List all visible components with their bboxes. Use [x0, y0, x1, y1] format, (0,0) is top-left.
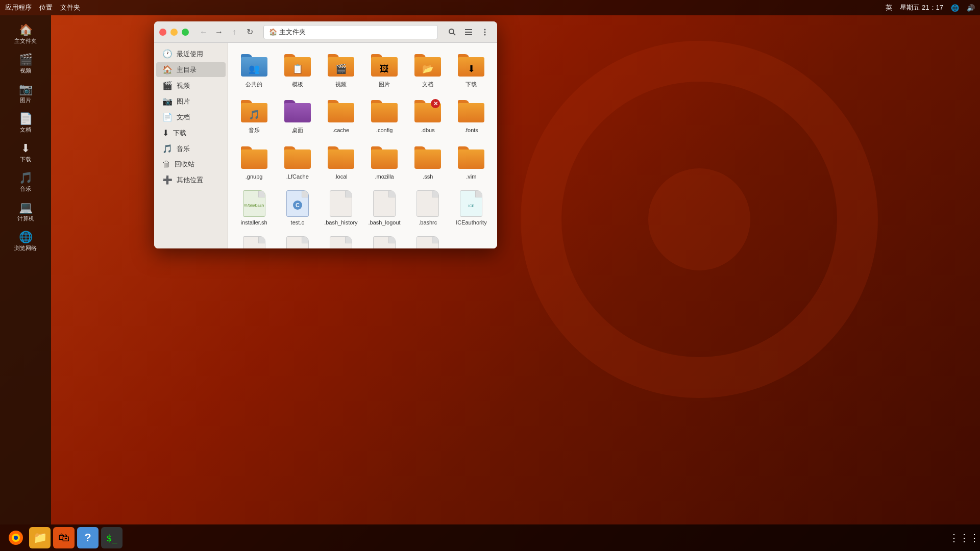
background-logo — [521, 41, 878, 398]
sidebar-item-downloads[interactable]: ⬇ 下载 — [3, 139, 48, 167]
folder-dbus-icon: ✕ — [414, 98, 441, 124]
fm-file-grid: 👥 公共的 📋 模板 — [233, 48, 492, 248]
sidebar-item-video-label: 视频 — [20, 67, 31, 74]
nav-forward-button[interactable]: → — [212, 26, 226, 39]
fm-sidebar-other[interactable]: ➕ 其他位置 — [156, 172, 226, 187]
file-python-history[interactable]: .python_history — [277, 232, 318, 248]
sidebar-item-docs-label: 文档 — [20, 126, 31, 134]
fm-sidebar-home[interactable]: 🏠 主目录 — [156, 62, 226, 77]
datetime-display[interactable]: 星期五 21：17 — [900, 3, 943, 12]
show-apps-icon: ⋮⋮⋮ — [949, 532, 979, 544]
file-profile[interactable]: .profile — [233, 232, 275, 248]
window-close-button[interactable]: ✕ — [159, 29, 166, 36]
svg-rect-4 — [465, 34, 472, 35]
file-bash-history[interactable]: .bash_history — [320, 186, 361, 230]
software-icon: 🛍 — [58, 531, 69, 544]
sidebar-item-pictures[interactable]: 📷 图片 — [3, 80, 48, 108]
taskbar-software[interactable]: 🛍 — [53, 527, 75, 548]
app-menu[interactable]: 应用程序 — [5, 3, 32, 12]
files-menu[interactable]: 文件夹 — [60, 3, 80, 12]
file-installer-sh[interactable]: #!/bin/bash installer.sh — [233, 186, 275, 230]
fm-sidebar-recent[interactable]: 🕐 最近使用 — [156, 46, 226, 61]
folder-local[interactable]: .local — [320, 140, 361, 184]
folder-gnupg[interactable]: .gnupg — [233, 140, 275, 184]
file-sudo-admin[interactable]: .sudo_as_admin_successful — [320, 232, 361, 248]
folder-desktop-icon — [284, 98, 311, 124]
file-viminfo-icon — [371, 236, 398, 248]
show-apps-button[interactable]: ⋮⋮⋮ — [953, 527, 975, 548]
folder-mozilla[interactable]: .mozilla — [363, 140, 405, 184]
sidebar-item-music[interactable]: 🎵 音乐 — [3, 168, 48, 197]
folder-vim[interactable]: .vim — [451, 140, 492, 184]
file-viminfo[interactable]: .viminfo — [363, 232, 405, 248]
places-menu[interactable]: 位置 — [39, 3, 53, 12]
fm-sidebar: 🕐 最近使用 🏠 主目录 🎬 视频 📷 图片 📄 文档 ⬇ 下载 — [154, 43, 228, 248]
window-minimize-button[interactable]: − — [170, 29, 178, 36]
folder-videos[interactable]: 🎬 视频 — [320, 48, 361, 92]
nav-up-button[interactable]: ↑ — [228, 26, 241, 39]
nav-refresh-button[interactable]: ↻ — [243, 26, 256, 39]
top-panel-left: 应用程序 位置 文件夹 — [5, 3, 80, 12]
folder-desktop[interactable]: 桌面 — [277, 94, 318, 138]
sidebar-item-docs[interactable]: 📄 文档 — [3, 109, 48, 138]
breadcrumb-bar[interactable]: 🏠 主文件夹 — [263, 25, 438, 39]
taskbar-terminal[interactable]: $_ — [101, 527, 122, 548]
folder-fonts[interactable]: .fonts — [451, 94, 492, 138]
folder-downloads-icon: ⬇ — [458, 52, 484, 79]
fm-sidebar-pictures[interactable]: 📷 图片 — [156, 94, 226, 109]
sidebar-item-home[interactable]: 🏠 主文件夹 — [3, 20, 48, 49]
folder-cache[interactable]: .cache — [320, 94, 361, 138]
sidebar-item-computer[interactable]: 💻 计算机 — [3, 198, 48, 227]
folder-templates-label: 模板 — [292, 81, 303, 88]
help-icon: ? — [84, 531, 91, 544]
folder-public[interactable]: 👥 公共的 — [233, 48, 275, 92]
view-list-button[interactable] — [461, 25, 476, 39]
fm-sidebar-downloads-label: 下载 — [173, 129, 186, 138]
music-icon: 🎵 — [19, 172, 33, 184]
folder-lfcache[interactable]: .LfCache — [277, 140, 318, 184]
svg-point-12 — [14, 536, 18, 540]
breadcrumb-home-icon: 🏠 — [269, 28, 277, 36]
sidebar-item-network[interactable]: 🌐 浏览网络 — [3, 228, 48, 256]
file-bashrc[interactable]: .bashrc — [407, 186, 449, 230]
taskbar-files[interactable]: 📁 — [29, 527, 51, 548]
file-iceauthority[interactable]: ICE ICEauthority — [451, 186, 492, 230]
fm-sidebar-trash-label: 回收站 — [175, 160, 194, 169]
folder-documents-icon: 📂 — [414, 52, 441, 79]
search-button[interactable] — [445, 25, 459, 39]
file-iceauthority-label: ICEauthority — [456, 219, 487, 226]
network-icon[interactable]: 🌐 — [951, 4, 959, 12]
file-bash-logout[interactable]: .bash_logout — [363, 186, 405, 230]
folder-templates[interactable]: 📋 模板 — [277, 48, 318, 92]
window-maximize-button[interactable]: + — [182, 29, 189, 36]
folder-downloads[interactable]: ⬇ 下载 — [451, 48, 492, 92]
taskbar: 📁 🛍 ? $_ ⋮⋮⋮ — [0, 524, 980, 551]
folder-music[interactable]: 🎵 音乐 — [233, 94, 275, 138]
taskbar-firefox[interactable] — [5, 527, 27, 548]
sidebar-item-video[interactable]: 🎬 视频 — [3, 50, 48, 79]
file-vimrc[interactable]: .vimrc — [407, 232, 449, 248]
folder-pictures[interactable]: 🖼 图片 — [363, 48, 405, 92]
folder-documents[interactable]: 📂 文档 — [407, 48, 449, 92]
folder-config[interactable]: .config — [363, 94, 405, 138]
taskbar-help[interactable]: ? — [77, 527, 99, 548]
fm-sidebar-recent-label: 最近使用 — [177, 49, 203, 59]
fm-sidebar-music[interactable]: 🎵 音乐 — [156, 141, 226, 156]
folder-ssh[interactable]: .ssh — [407, 140, 449, 184]
video-icon: 🎬 — [19, 54, 33, 65]
folder-dbus[interactable]: ✕ .dbus — [407, 94, 449, 138]
trash-folder-icon: 🗑 — [162, 160, 170, 169]
folder-music-label: 音乐 — [249, 127, 260, 134]
nav-back-button[interactable]: ← — [197, 26, 210, 39]
menu-button[interactable] — [478, 25, 492, 39]
fm-sidebar-video[interactable]: 🎬 视频 — [156, 78, 226, 93]
folder-local-icon — [328, 144, 354, 171]
volume-icon[interactable]: 🔊 — [967, 4, 975, 12]
fm-sidebar-trash[interactable]: 🗑 回收站 — [156, 157, 226, 171]
terminal-icon: $_ — [106, 533, 117, 543]
fm-sidebar-docs[interactable]: 📄 文档 — [156, 110, 226, 124]
svg-point-7 — [484, 34, 486, 35]
file-test-c[interactable]: C test.c — [277, 186, 318, 230]
fm-sidebar-downloads[interactable]: ⬇ 下载 — [156, 126, 226, 140]
language-indicator[interactable]: 英 — [886, 3, 892, 12]
